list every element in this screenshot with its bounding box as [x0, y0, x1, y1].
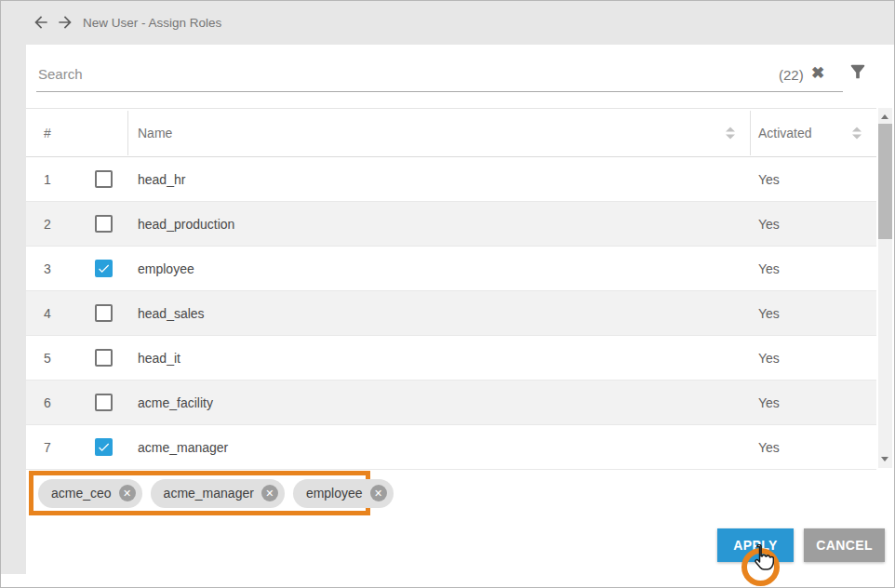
role-checkbox[interactable] [95, 438, 113, 456]
assign-roles-dialog: New User - Assign Roles Search (22) ✖ # … [0, 0, 895, 588]
row-index: 7 [44, 440, 51, 455]
role-checkbox[interactable] [95, 349, 113, 367]
table-row: 4 head_sales Yes [26, 291, 876, 336]
column-header-name: Name [138, 126, 172, 140]
activated-value: Yes [758, 395, 780, 410]
role-checkbox[interactable] [95, 304, 113, 322]
row-index: 1 [44, 172, 51, 187]
table-header: # Name Activated [26, 108, 876, 157]
row-index: 5 [44, 351, 51, 366]
forward-arrow-icon[interactable] [56, 13, 74, 32]
role-name: employee [138, 261, 194, 276]
clear-search-icon[interactable]: ✖ [811, 63, 824, 83]
role-name: head_it [138, 351, 180, 366]
table-row: 2 head_production Yes [26, 202, 876, 247]
role-checkbox[interactable] [95, 215, 113, 233]
table-row: 6 acme_facility Yes [26, 381, 876, 425]
hand-cursor-icon [748, 544, 774, 574]
table-row: 1 head_hr Yes [26, 157, 876, 202]
chip-label: acme_manager [164, 486, 254, 501]
activated-value: Yes [758, 261, 780, 276]
table-row: 3 employee Yes [26, 247, 876, 291]
search-underline [36, 91, 843, 92]
sort-name-icon[interactable] [726, 127, 735, 139]
topbar: New User - Assign Roles [1, 1, 894, 45]
chip-label: acme_ceo [51, 486, 112, 501]
role-checkbox[interactable] [95, 260, 113, 277]
role-name: head_production [138, 217, 234, 232]
chip-remove-icon[interactable]: ✕ [261, 485, 278, 501]
table-row: 7 acme_manager Yes [26, 425, 876, 470]
result-count: (22) [779, 67, 804, 83]
scrollbar-thumb[interactable] [878, 124, 892, 239]
activated-value: Yes [758, 217, 780, 232]
back-arrow-icon[interactable] [32, 13, 50, 32]
role-name: head_sales [138, 306, 205, 321]
role-name: acme_facility [138, 395, 213, 410]
chip-remove-icon[interactable]: ✕ [370, 485, 387, 501]
column-header-activated: Activated [758, 126, 812, 140]
table-body: 1 head_hr Yes 2 head_production Yes 3 em… [26, 157, 876, 470]
activated-value: Yes [758, 306, 780, 321]
row-index: 6 [44, 395, 51, 410]
role-checkbox[interactable] [95, 394, 113, 411]
selected-role-chip: acme_manager ✕ [151, 479, 285, 508]
scroll-down-icon[interactable] [881, 457, 888, 461]
column-divider [750, 111, 751, 155]
role-checkbox[interactable] [95, 170, 113, 188]
activated-value: Yes [758, 351, 780, 366]
filter-icon[interactable] [848, 61, 868, 82]
row-index: 2 [44, 217, 51, 232]
column-header-index: # [44, 126, 51, 140]
selected-role-chip: acme_ceo ✕ [38, 479, 142, 508]
role-name: head_hr [138, 172, 185, 187]
table-row: 5 head_it Yes [26, 336, 876, 381]
chip-label: employee [306, 486, 363, 501]
chip-remove-icon[interactable]: ✕ [119, 485, 136, 501]
role-name: acme_manager [138, 440, 228, 455]
sort-activated-icon[interactable] [852, 127, 862, 139]
selected-role-chip: employee ✕ [293, 479, 394, 508]
cancel-button[interactable]: CANCEL [804, 528, 885, 562]
activated-value: Yes [758, 172, 780, 187]
scroll-up-icon[interactable] [881, 114, 888, 119]
annotation-highlight-box: acme_ceo ✕ acme_manager ✕ employee ✕ [29, 471, 370, 515]
search-input[interactable]: Search [38, 66, 83, 82]
table-scrollbar [878, 108, 892, 468]
left-margin [1, 45, 26, 574]
activated-value: Yes [758, 440, 780, 455]
page-title: New User - Assign Roles [83, 16, 221, 30]
row-index: 3 [44, 261, 51, 276]
row-index: 4 [44, 306, 51, 321]
column-divider [127, 111, 128, 155]
